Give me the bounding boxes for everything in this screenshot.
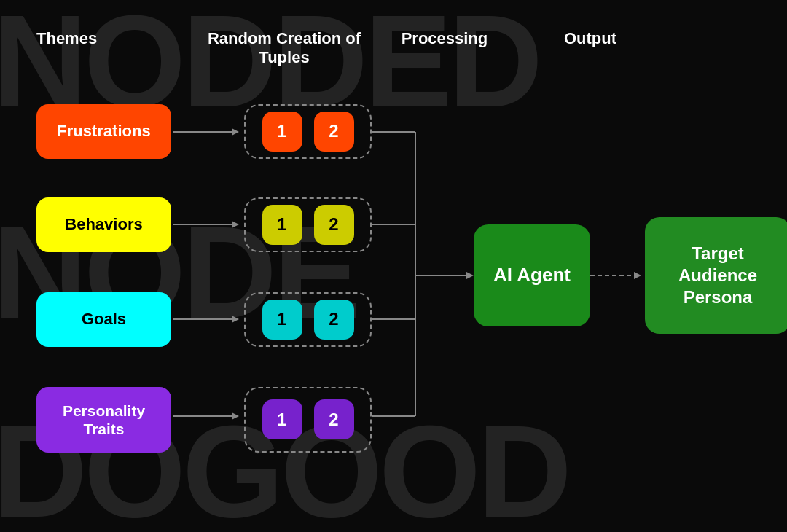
diagram: Frustrations Behaviors Goals Personality… [36, 90, 751, 505]
tuple-frustrations-2: 2 [314, 112, 354, 152]
tuple-group-personality: 1 2 [244, 387, 372, 453]
svg-marker-5 [232, 316, 239, 323]
theme-personality: Personality Traits [36, 387, 171, 453]
tuple-group-goals: 1 2 [244, 292, 372, 347]
header-random: Random Creation of Tuples [197, 29, 372, 68]
theme-goals: Goals [36, 292, 171, 347]
tuple-behaviors-1: 1 [262, 205, 302, 245]
tuple-behaviors-2: 2 [314, 205, 354, 245]
tuple-frustrations-1: 1 [262, 112, 302, 152]
tuple-personality-2: 2 [314, 399, 354, 439]
tuple-personality-1: 1 [262, 399, 302, 439]
svg-marker-3 [232, 221, 239, 228]
ai-agent-box: AI Agent [474, 224, 590, 326]
header-output: Output [517, 29, 663, 48]
tuple-goals-2: 2 [314, 300, 354, 340]
theme-behaviors: Behaviors [36, 197, 171, 252]
theme-frustrations: Frustrations [36, 104, 171, 159]
header-processing: Processing [372, 29, 517, 48]
tuple-goals-1: 1 [262, 300, 302, 340]
svg-marker-1 [232, 128, 239, 136]
svg-marker-16 [634, 272, 641, 279]
svg-marker-14 [466, 272, 474, 279]
column-headers: Themes Random Creation of Tuples Process… [36, 29, 751, 68]
target-persona-box: Target Audience Persona [645, 217, 787, 334]
header-themes: Themes [36, 29, 197, 48]
tuple-group-frustrations: 1 2 [244, 104, 372, 159]
main-container: Themes Random Creation of Tuples Process… [0, 0, 787, 532]
svg-marker-7 [232, 412, 239, 420]
tuple-group-behaviors: 1 2 [244, 197, 372, 252]
